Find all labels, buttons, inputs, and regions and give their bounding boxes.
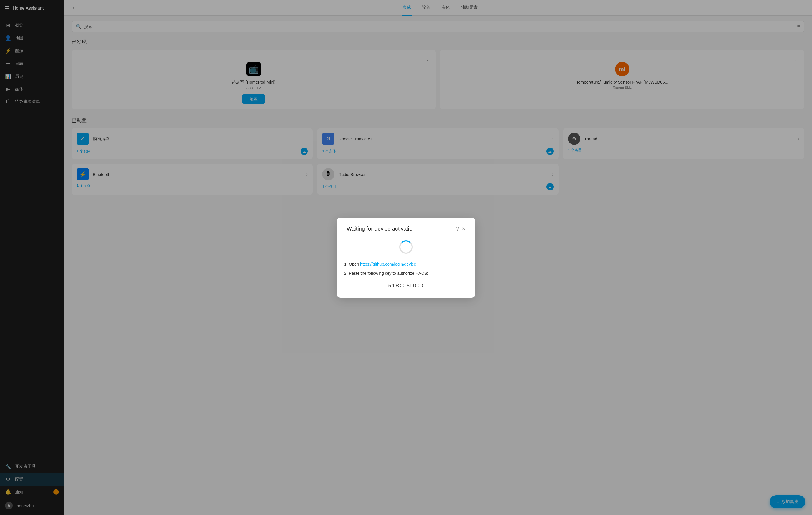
loading-ring [399,240,413,254]
modal-step-2: Paste the following key to authorize HAC… [349,269,465,277]
modal-github-link[interactable]: https://github.com/login/device [360,262,416,266]
modal-overlay[interactable]: Waiting for device activation ? × Open h… [0,0,812,515]
modal-spinner [347,240,465,254]
modal-auth-key: 51BC-5DCD [347,283,465,289]
modal-header: Waiting for device activation ? × [347,225,465,232]
modal-steps: Open https://github.com/login/device Pas… [347,260,465,277]
modal-help-icon[interactable]: ? [456,226,459,232]
modal: Waiting for device activation ? × Open h… [337,218,475,298]
modal-title: Waiting for device activation [347,226,456,232]
modal-close-button[interactable]: × [462,225,465,232]
modal-step-1: Open https://github.com/login/device [349,260,465,268]
